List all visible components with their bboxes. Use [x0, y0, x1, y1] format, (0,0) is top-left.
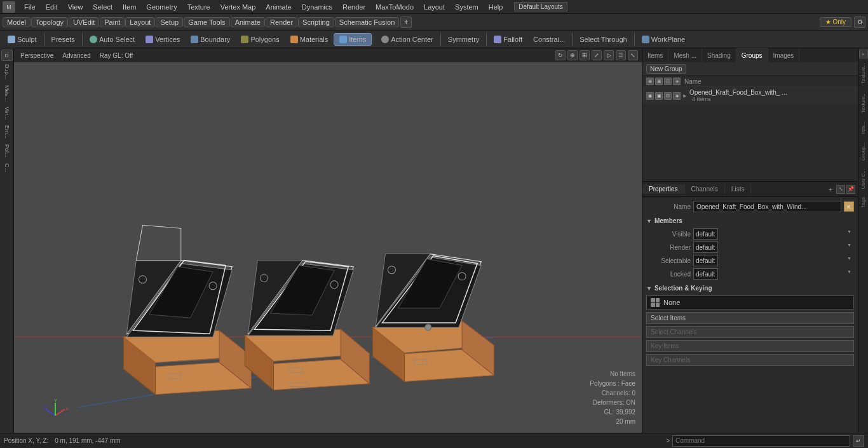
name-input[interactable]	[693, 201, 841, 212]
sk-none-btn[interactable]: None	[646, 295, 854, 309]
menu-item-vertex-map[interactable]: Vertex Map	[215, 2, 261, 12]
viewport-zoom-icon[interactable]: ⊞	[580, 50, 590, 60]
left-label-ver[interactable]: Ver...	[3, 104, 11, 123]
menu-item-geometry[interactable]: Geometry	[141, 2, 182, 12]
tb1-add-btn[interactable]: +	[400, 17, 412, 28]
row-eye-icon[interactable]: ◉	[646, 92, 654, 100]
far-label-texture2[interactable]: Texture...	[860, 88, 867, 117]
visible-select[interactable]: defaultonoff	[693, 228, 718, 240]
tb1-tab-paint[interactable]: Paint	[100, 17, 125, 27]
props-tab-properties[interactable]: Properties	[642, 184, 685, 194]
scene-area[interactable]	[14, 62, 642, 433]
tb1-tab-setup[interactable]: Setup	[156, 17, 183, 27]
viewport-expand-icon[interactable]: ⤡	[628, 50, 638, 60]
left-label-c[interactable]: C...	[3, 161, 11, 175]
viewport-fit-icon[interactable]: ⤢	[592, 50, 602, 60]
far-label-texture1[interactable]: Texture...	[860, 59, 867, 88]
props-pin-icon[interactable]: 📌	[846, 185, 855, 194]
far-label-group[interactable]: Group...	[860, 139, 867, 165]
left-label-mes[interactable]: Mes...	[3, 83, 11, 104]
scene-group-row[interactable]: ◉ ▣ ⊡ ◈ ▸ Opened_Kraft_Food_Box_with_ ..…	[642, 87, 858, 105]
menu-item-animate[interactable]: Animate	[261, 2, 296, 12]
tb1-tab-schematic-fusion[interactable]: Schematic Fusion	[335, 17, 399, 27]
menu-item-item[interactable]: Item	[118, 2, 141, 12]
tb1-tab-model[interactable]: Model	[3, 17, 31, 27]
select-through-btn[interactable]: Select Through	[574, 34, 632, 45]
menu-item-help[interactable]: Help	[484, 2, 508, 12]
tb1-tab-scripting[interactable]: Scripting	[298, 17, 334, 27]
settings-icon[interactable]: ⚙	[854, 17, 865, 28]
new-group-btn[interactable]: New Group	[646, 64, 686, 74]
command-input[interactable]	[672, 435, 850, 447]
eye-icon[interactable]: ◉	[646, 78, 654, 85]
key-channels-btn[interactable]: Key Channels	[646, 354, 854, 366]
sculpt-btn[interactable]: Sculpt	[3, 34, 42, 45]
menu-item-maxtomodo[interactable]: MaxToModo	[370, 2, 419, 12]
left-label-dupe[interactable]: Dup...	[3, 62, 11, 82]
polygons-btn[interactable]: Polygons	[236, 34, 284, 45]
left-label-pol[interactable]: Pol...	[3, 142, 11, 160]
command-enter-btn[interactable]: ↵	[853, 435, 864, 447]
symmetry-btn[interactable]: Symmetry	[443, 34, 485, 45]
select-channels-btn[interactable]: Select Channels	[646, 326, 854, 338]
tb1-tab-topology[interactable]: Topology	[31, 17, 68, 27]
viewport-reset-icon[interactable]: ⊕	[567, 50, 578, 60]
menu-item-render[interactable]: Render	[337, 2, 370, 12]
scene-tab-groups[interactable]: Groups	[736, 48, 768, 62]
star-only-btn[interactable]: ★ Only	[820, 17, 851, 27]
viewport-perspective-toggle[interactable]: Perspective	[18, 51, 56, 60]
tb1-tab-animate[interactable]: Animate	[231, 17, 265, 27]
props-tab-lists[interactable]: Lists	[725, 184, 752, 194]
falloff-btn[interactable]: Falloff	[489, 34, 527, 45]
key-btn[interactable]: K	[844, 201, 854, 212]
viewport-menu-icon[interactable]: ☰	[616, 50, 626, 60]
auto-select-btn[interactable]: Auto Select	[85, 34, 140, 45]
left-btn-1[interactable]: D	[1, 50, 13, 61]
vertices-btn[interactable]: Vertices	[140, 34, 185, 45]
menu-item-view[interactable]: View	[63, 2, 88, 12]
boundary-btn[interactable]: Boundary	[186, 34, 235, 45]
tb1-tab-uvedit[interactable]: UVEdit	[69, 17, 99, 27]
tb1-tab-game-tools[interactable]: Game Tools	[184, 17, 230, 27]
key-items-btn[interactable]: Key Items	[646, 340, 854, 352]
menu-item-dynamics[interactable]: Dynamics	[297, 2, 337, 12]
selectable-select[interactable]: defaultonoff	[693, 255, 718, 266]
far-label-userc[interactable]: User C...	[860, 165, 867, 193]
props-expand-icon[interactable]: ⤡	[836, 185, 845, 194]
viewport-raygl-toggle[interactable]: Ray GL: Off	[97, 51, 136, 60]
menu-item-select[interactable]: Select	[88, 2, 118, 12]
far-label-tags[interactable]: Tags	[860, 193, 867, 212]
constraints-btn[interactable]: Constrai...	[528, 34, 570, 45]
scene-tab-shading[interactable]: Shading	[702, 48, 736, 62]
materials-btn[interactable]: Materials	[285, 34, 334, 45]
props-tab-add-btn[interactable]: +	[825, 184, 836, 194]
items-btn[interactable]: Items	[334, 33, 372, 46]
far-label-ima[interactable]: Ima...	[860, 118, 867, 138]
action-center-btn[interactable]: Action Center	[376, 34, 438, 45]
layouts-dropdown[interactable]: Default Layouts	[514, 2, 567, 11]
expand-arrow[interactable]: ▸	[683, 92, 687, 100]
tag-icon[interactable]: ◈	[673, 78, 681, 85]
viewport-rotate-icon[interactable]: ↻	[555, 50, 566, 60]
locked-select[interactable]: defaultonoff	[693, 268, 718, 280]
left-label-em[interactable]: Em...	[3, 123, 11, 141]
workplane-btn[interactable]: WorkPlane	[637, 34, 691, 45]
viewport-render-icon[interactable]: ▷	[604, 50, 614, 60]
select-items-btn[interactable]: Select Items	[646, 312, 854, 324]
tb1-tab-layout[interactable]: Layout	[125, 17, 155, 27]
menu-item-texture[interactable]: Texture	[182, 2, 215, 12]
render-icon-small[interactable]: ▣	[655, 78, 663, 85]
props-tab-channels[interactable]: Channels	[685, 184, 725, 194]
tb1-tab-render[interactable]: Render	[266, 17, 297, 27]
scene-tab-mesh----[interactable]: Mesh ...	[668, 48, 702, 62]
row-tag2-icon[interactable]: ◈	[673, 92, 681, 100]
scene-tab-items[interactable]: Items	[642, 48, 668, 62]
menu-item-system[interactable]: System	[450, 2, 484, 12]
presets-btn[interactable]: Presets	[46, 34, 80, 45]
menu-item-edit[interactable]: Edit	[41, 2, 63, 12]
viewport-advanced-toggle[interactable]: Advanced	[60, 51, 93, 60]
row-render-icon[interactable]: ▣	[655, 92, 663, 100]
sel-keying-header[interactable]: ▼ Selection & Keying	[646, 283, 854, 293]
menu-item-layout[interactable]: Layout	[419, 2, 450, 12]
scene-tab-images[interactable]: Images	[768, 48, 800, 62]
